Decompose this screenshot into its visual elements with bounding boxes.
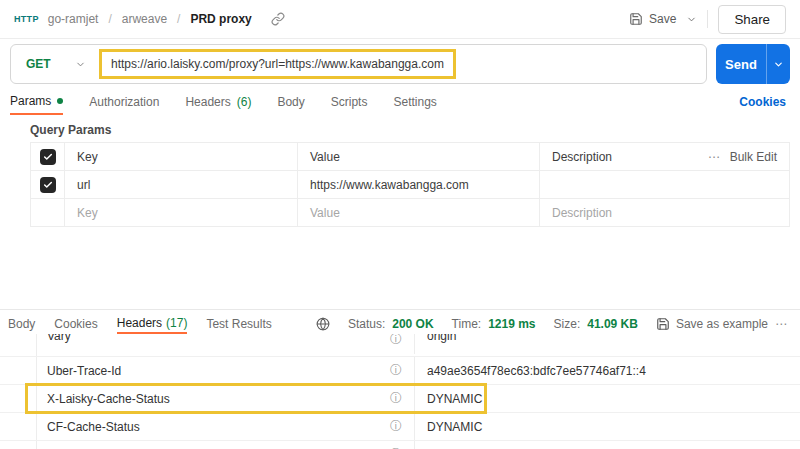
header-value: DYNAMIC	[415, 392, 800, 406]
link-icon[interactable]	[271, 12, 285, 26]
header-value: a49ae3654f78ec63:bdfc7ee57746af71::4	[415, 364, 800, 378]
info-icon[interactable]: ⓘ	[378, 413, 415, 440]
column-header-description-cell: Description ⋯ Bulk Edit	[539, 143, 789, 170]
param-description-field[interactable]	[539, 171, 789, 198]
request-tabs: Params Authorization Headers (6) Body Sc…	[10, 88, 786, 115]
row-gutter	[0, 334, 37, 356]
header-value: DYNAMIC	[415, 420, 800, 434]
status-label: Status:	[348, 317, 385, 331]
query-params-header-row: Key Value Description ⋯ Bulk Edit	[31, 143, 789, 171]
tab-settings-label: Settings	[393, 95, 436, 109]
info-icon[interactable]: ⓘ	[378, 441, 415, 449]
save-options-chevron-icon[interactable]	[686, 14, 697, 25]
column-header-value: Value	[297, 143, 539, 170]
request-input: GET https://ario.laisky.com/proxy?url=ht…	[10, 44, 707, 84]
url-annotation-highlight: https://ario.laisky.com/proxy?url=https:…	[99, 49, 456, 79]
tab-headers-label: Headers	[185, 95, 230, 109]
query-params-table: Key Value Description ⋯ Bulk Edit url ht…	[30, 142, 790, 227]
request-title-bar: HTTP go-ramjet / arweave / PRD proxy Sav…	[0, 0, 800, 39]
header-key: Uber-Trace-Id	[37, 364, 378, 378]
save-button-label: Save	[649, 12, 676, 26]
response-tab-headers-count: (17)	[166, 316, 187, 330]
params-active-dot	[57, 98, 63, 104]
http-method-icon: HTTP	[14, 14, 39, 24]
select-all-checkbox[interactable]	[40, 149, 56, 165]
tab-scripts[interactable]: Scripts	[331, 88, 368, 115]
response-tab-cookies[interactable]: Cookies	[54, 313, 97, 334]
response-headers-table: Vary ⓘ origin Uber-Trace-Id ⓘ a49ae3654f…	[0, 334, 800, 449]
query-params-title: Query Params	[30, 123, 111, 137]
header-key: CF-Cache-Status	[37, 420, 378, 434]
breadcrumb-collection[interactable]: arweave	[122, 12, 167, 26]
response-tab-headers[interactable]: Headers (17)	[117, 313, 188, 334]
tab-headers[interactable]: Headers (6)	[185, 88, 251, 115]
tab-params[interactable]: Params	[10, 88, 63, 115]
tab-headers-count: (6)	[237, 95, 252, 109]
info-icon[interactable]: ⓘ	[378, 385, 415, 412]
breadcrumb-separator: /	[108, 12, 111, 26]
method-select[interactable]: GET	[11, 57, 99, 71]
tab-authorization-label: Authorization	[89, 95, 159, 109]
row-gutter	[0, 385, 37, 412]
param-description-field-placeholder[interactable]: Description	[539, 199, 789, 226]
breadcrumb-request-name[interactable]: PRD proxy	[190, 12, 251, 26]
row-gutter	[0, 357, 37, 384]
header-key: X-Laisky-Cache-Status	[37, 392, 378, 406]
cookies-link[interactable]: Cookies	[739, 95, 786, 109]
size-label: Size:	[554, 317, 581, 331]
response-tab-test-results[interactable]: Test Results	[206, 313, 271, 334]
tab-settings[interactable]: Settings	[393, 88, 436, 115]
request-url-row: GET https://ario.laisky.com/proxy?url=ht…	[10, 44, 790, 84]
row-gutter	[0, 413, 37, 440]
response-pane: Body Cookies Headers (17) Test Results S…	[0, 309, 800, 449]
header-key: Vary	[37, 334, 378, 343]
response-header-row-highlighted: X-Laisky-Cache-Status ⓘ DYNAMIC	[0, 385, 800, 413]
bulk-edit-button[interactable]: ⋯ Bulk Edit	[708, 150, 777, 164]
info-icon[interactable]: ⓘ	[378, 357, 415, 384]
column-header-key: Key	[64, 143, 297, 170]
column-header-description: Description	[552, 150, 612, 164]
param-value-field[interactable]: https://www.kawabangga.com	[297, 171, 539, 198]
query-param-row: url https://www.kawabangga.com	[31, 171, 789, 199]
status-value: 200 OK	[392, 317, 433, 331]
tab-body[interactable]: Body	[277, 88, 304, 115]
save-as-example-button[interactable]: Save as example	[656, 317, 768, 331]
share-button[interactable]: Share	[718, 5, 786, 34]
response-tab-cookies-label: Cookies	[54, 317, 97, 331]
method-select-value: GET	[26, 57, 51, 71]
bulk-edit-label: Bulk Edit	[730, 150, 777, 164]
tab-authorization[interactable]: Authorization	[89, 88, 159, 115]
info-icon[interactable]: ⓘ	[378, 334, 415, 354]
tab-scripts-label: Scripts	[331, 95, 368, 109]
network-globe-icon[interactable]	[316, 317, 330, 331]
param-value-field-placeholder[interactable]: Value	[297, 199, 539, 226]
row-check-cell	[31, 199, 64, 226]
param-key-field-placeholder[interactable]: Key	[64, 199, 297, 226]
header-value: origin	[415, 334, 800, 343]
row-checkbox[interactable]	[40, 177, 56, 193]
send-button[interactable]: Send	[716, 44, 790, 84]
response-tab-headers-label: Headers	[117, 316, 162, 330]
response-header-row: Vary ⓘ origin	[0, 334, 800, 357]
breadcrumb-workspace[interactable]: go-ramjet	[48, 12, 99, 26]
send-button-label: Send	[716, 44, 766, 84]
url-input[interactable]: https://ario.laisky.com/proxy?url=https:…	[111, 57, 444, 71]
send-options-chevron-icon[interactable]	[767, 44, 790, 84]
save-as-example-label: Save as example	[676, 317, 768, 331]
chevron-down-icon	[75, 59, 86, 70]
save-button[interactable]: Save	[629, 12, 676, 26]
param-key-field[interactable]: url	[64, 171, 297, 198]
response-more-options-icon[interactable]: ⋯	[775, 317, 788, 331]
response-header-row-partial: ⓘ	[0, 441, 800, 449]
response-tab-body-label: Body	[8, 317, 35, 331]
response-tab-body[interactable]: Body	[8, 313, 35, 334]
time-label: Time:	[452, 317, 482, 331]
row-check-cell	[31, 171, 64, 198]
response-header-row: CF-Cache-Status ⓘ DYNAMIC	[0, 413, 800, 441]
select-all-cell	[31, 143, 64, 170]
more-options-icon: ⋯	[708, 150, 721, 164]
divider	[707, 10, 708, 28]
tab-body-label: Body	[277, 95, 304, 109]
breadcrumb-separator: /	[177, 12, 180, 26]
topbar-actions: Save Share	[629, 5, 786, 34]
